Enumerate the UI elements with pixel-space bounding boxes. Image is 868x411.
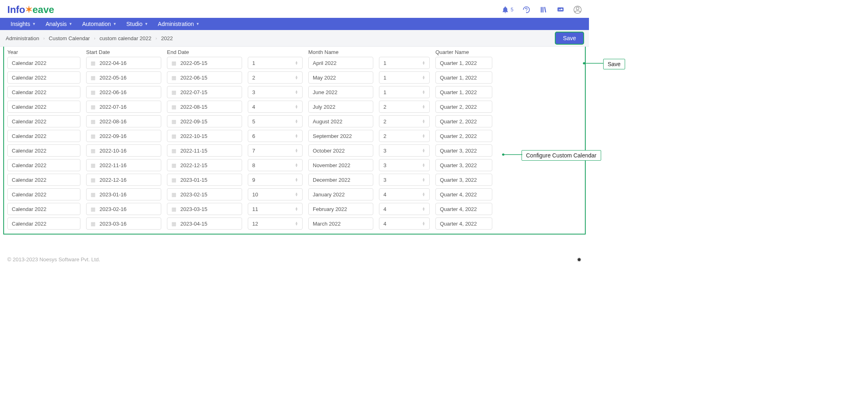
crumb-calendar-name[interactable]: custom calendar 2022 [100,35,152,41]
year-input[interactable]: Calendar 2022 [7,174,80,186]
bug-icon[interactable]: ✸ [577,256,582,263]
quarter-name-input[interactable]: Quarter 2, 2022 [435,115,492,127]
end-date-input[interactable]: ▦2023-03-15 [167,203,242,215]
quarter-number-input[interactable]: 3▲▼ [379,144,430,157]
year-input[interactable]: Calendar 2022 [7,217,80,230]
help-icon[interactable] [522,6,530,14]
start-date-input[interactable]: ▦2022-06-16 [86,86,161,98]
month-number-input[interactable]: 8▲▼ [248,159,303,171]
quarter-name-input[interactable]: Quarter 3, 2022 [435,144,492,157]
year-input[interactable]: Calendar 2022 [7,57,80,69]
start-date-input[interactable]: ▦2023-01-16 [86,188,161,200]
month-name-input[interactable]: February 2022 [308,203,373,215]
month-name-input[interactable]: April 2022 [308,57,373,69]
month-name-input[interactable]: June 2022 [308,86,373,98]
quarter-name-input[interactable]: Quarter 4, 2022 [435,188,492,200]
start-date-input[interactable]: ▦2022-08-16 [86,115,161,127]
quarter-name-input[interactable]: Quarter 1, 2022 [435,57,492,69]
month-name-input[interactable]: March 2022 [308,217,373,230]
month-name-input[interactable]: July 2022 [308,101,373,113]
quarter-number-input[interactable]: 3▲▼ [379,159,430,171]
stepper-icon[interactable]: ▲▼ [422,163,425,167]
month-name-input[interactable]: August 2022 [308,115,373,127]
quarter-number-input[interactable]: 1▲▼ [379,86,430,98]
nav-studio[interactable]: Studio▼ [121,18,153,30]
quarter-name-input[interactable]: Quarter 3, 2022 [435,174,492,186]
start-date-input[interactable]: ▦2023-03-16 [86,217,161,230]
quarter-number-input[interactable]: 4▲▼ [379,217,430,230]
year-input[interactable]: Calendar 2022 [7,159,80,171]
stepper-icon[interactable]: ▲▼ [422,207,425,211]
year-input[interactable]: Calendar 2022 [7,203,80,215]
quarter-name-input[interactable]: Quarter 4, 2022 [435,203,492,215]
stepper-icon[interactable]: ▲▼ [295,192,298,196]
nav-administration[interactable]: Administration▼ [153,18,205,30]
monitor-icon[interactable] [556,6,565,14]
month-number-input[interactable]: 11▲▼ [248,203,303,215]
quarter-number-input[interactable]: 1▲▼ [379,71,430,84]
quarter-number-input[interactable]: 4▲▼ [379,203,430,215]
stepper-icon[interactable]: ▲▼ [422,90,425,94]
stepper-icon[interactable]: ▲▼ [295,75,298,80]
library-icon[interactable] [539,6,548,14]
nav-automation[interactable]: Automation▼ [77,18,121,30]
month-name-input[interactable]: January 2022 [308,188,373,200]
start-date-input[interactable]: ▦2022-10-16 [86,144,161,157]
quarter-number-input[interactable]: 3▲▼ [379,174,430,186]
month-name-input[interactable]: November 2022 [308,159,373,171]
month-number-input[interactable]: 4▲▼ [248,101,303,113]
year-input[interactable]: Calendar 2022 [7,71,80,84]
year-input[interactable]: Calendar 2022 [7,188,80,200]
year-input[interactable]: Calendar 2022 [7,130,80,142]
stepper-icon[interactable]: ▲▼ [422,61,425,65]
stepper-icon[interactable]: ▲▼ [422,192,425,196]
month-number-input[interactable]: 6▲▼ [248,130,303,142]
stepper-icon[interactable]: ▲▼ [295,119,298,123]
stepper-icon[interactable]: ▲▼ [422,105,425,109]
stepper-icon[interactable]: ▲▼ [295,178,298,182]
stepper-icon[interactable]: ▲▼ [295,105,298,109]
month-name-input[interactable]: May 2022 [308,71,373,84]
nav-insights[interactable]: Insights▼ [6,18,41,30]
start-date-input[interactable]: ▦2022-09-16 [86,130,161,142]
month-number-input[interactable]: 9▲▼ [248,174,303,186]
stepper-icon[interactable]: ▲▼ [295,163,298,167]
quarter-number-input[interactable]: 2▲▼ [379,130,430,142]
end-date-input[interactable]: ▦2022-11-15 [167,144,242,157]
month-name-input[interactable]: December 2022 [308,174,373,186]
stepper-icon[interactable]: ▲▼ [295,222,298,226]
start-date-input[interactable]: ▦2022-04-16 [86,57,161,69]
quarter-name-input[interactable]: Quarter 2, 2022 [435,130,492,142]
start-date-input[interactable]: ▦2022-12-16 [86,174,161,186]
start-date-input[interactable]: ▦2023-02-16 [86,203,161,215]
month-name-input[interactable]: October 2022 [308,144,373,157]
stepper-icon[interactable]: ▲▼ [422,134,425,138]
month-number-input[interactable]: 5▲▼ [248,115,303,127]
end-date-input[interactable]: ▦2022-07-15 [167,86,242,98]
start-date-input[interactable]: ▦2022-11-16 [86,159,161,171]
stepper-icon[interactable]: ▲▼ [295,134,298,138]
quarter-name-input[interactable]: Quarter 4, 2022 [435,217,492,230]
stepper-icon[interactable]: ▲▼ [422,178,425,182]
crumb-administration[interactable]: Administration [6,35,39,41]
stepper-icon[interactable]: ▲▼ [422,119,425,123]
year-input[interactable]: Calendar 2022 [7,86,80,98]
quarter-name-input[interactable]: Quarter 1, 2022 [435,86,492,98]
stepper-icon[interactable]: ▲▼ [295,90,298,94]
start-date-input[interactable]: ▦2022-05-16 [86,71,161,84]
stepper-icon[interactable]: ▲▼ [295,148,298,153]
end-date-input[interactable]: ▦2022-08-15 [167,101,242,113]
nav-analysis[interactable]: Analysis▼ [41,18,77,30]
stepper-icon[interactable]: ▲▼ [295,207,298,211]
profile-icon[interactable] [574,6,582,14]
quarter-number-input[interactable]: 2▲▼ [379,115,430,127]
stepper-icon[interactable]: ▲▼ [422,148,425,153]
month-number-input[interactable]: 10▲▼ [248,188,303,200]
quarter-number-input[interactable]: 1▲▼ [379,57,430,69]
month-number-input[interactable]: 2▲▼ [248,71,303,84]
end-date-input[interactable]: ▦2022-05-15 [167,57,242,69]
month-name-input[interactable]: September 2022 [308,130,373,142]
quarter-name-input[interactable]: Quarter 2, 2022 [435,101,492,113]
notifications-icon[interactable]: 5 [501,6,513,14]
month-number-input[interactable]: 1▲▼ [248,57,303,69]
